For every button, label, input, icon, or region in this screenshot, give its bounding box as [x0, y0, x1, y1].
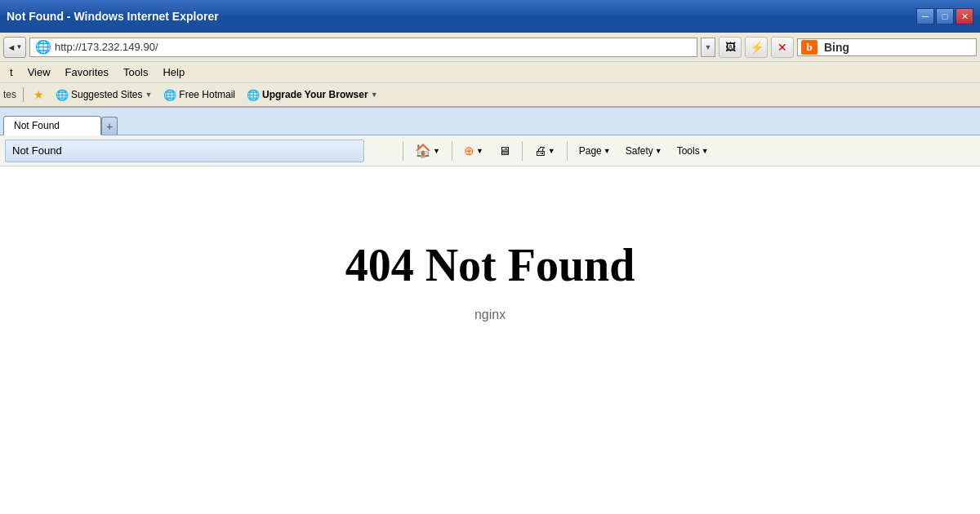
nav-sep-1	[403, 141, 403, 161]
print-button[interactable]: 🖨 ▼	[528, 140, 561, 161]
address-input[interactable]: 🌐 http://173.232.149.90/	[29, 38, 697, 57]
safety-button[interactable]: Safety ▼	[620, 142, 668, 160]
menu-item-help[interactable]: Help	[156, 64, 191, 80]
minimize-button[interactable]: ─	[916, 8, 934, 24]
page-button[interactable]: Page ▼	[573, 142, 617, 160]
url-text: http://173.232.149.90/	[55, 41, 158, 53]
ie-icon-address: 🌐	[35, 39, 51, 55]
favorites-label: tes	[3, 89, 16, 100]
nav-sep-2	[452, 141, 452, 161]
nav-sep-4	[567, 141, 568, 161]
nav-sep-3	[522, 141, 523, 161]
bing-search-box[interactable]: b Bing	[797, 38, 977, 56]
address-bar-row: ◄ ▼ 🌐 http://173.232.149.90/ ▼ 🖼 ⚡ ✕ b B…	[0, 33, 980, 62]
tools-label: Tools	[677, 145, 700, 157]
rss-arrow: ▼	[476, 147, 483, 155]
upgrade-browser-label: Upgrade Your Browser	[262, 89, 368, 100]
home-icon: 🏠	[415, 143, 431, 158]
menu-item-tools[interactable]: Tools	[117, 64, 154, 80]
upgrade-browser-dropdown[interactable]: ▼	[371, 91, 378, 99]
active-tab[interactable]: Not Found	[3, 116, 101, 135]
tab-bar: Not Found +	[0, 108, 980, 135]
star-icon: ★	[33, 88, 44, 101]
page-tab-label: Not Found	[12, 144, 62, 157]
safety-label: Safety	[626, 145, 653, 157]
suggested-sites-label: Suggested Sites	[71, 89, 142, 100]
nav-toolbar: Not Found 🏠 ▼ ⊕ ▼ 🖥 🖨 ▼ Page ▼ Safety ▼ …	[0, 135, 980, 166]
menu-item-view[interactable]: View	[21, 64, 57, 80]
safety-arrow: ▼	[655, 147, 662, 155]
empty-spacer	[368, 148, 397, 154]
ie-icon-hotmail: 🌐	[163, 89, 176, 101]
print-arrow: ▼	[548, 147, 555, 155]
refresh-icon: ⚡	[750, 41, 764, 54]
ie-icon-upgrade: 🌐	[247, 89, 260, 101]
favorites-star-item[interactable]: ★	[30, 87, 47, 102]
print-icon: 🖨	[534, 144, 546, 157]
page-content: 404 Not Found nginx	[0, 166, 980, 395]
read-mail-button[interactable]: 🖥	[492, 140, 516, 161]
bing-logo-icon: b	[806, 41, 812, 54]
back-dropdown-arrow: ▼	[16, 43, 22, 51]
favorites-bar: tes ★ 🌐 Suggested Sites ▼ 🌐 Free Hotmail…	[0, 83, 980, 108]
rss-button[interactable]: ⊕ ▼	[458, 140, 489, 162]
back-button[interactable]: ◄ ▼	[3, 37, 26, 58]
title-bar: Not Found - Windows Internet Explorer ─ …	[0, 0, 980, 33]
back-arrow: ◄	[7, 42, 16, 52]
ie-icon-suggested: 🌐	[56, 89, 69, 101]
menu-item-file[interactable]: t	[3, 64, 20, 80]
broken-page-icon: 🖼	[725, 41, 736, 53]
menu-item-favorites[interactable]: Favorites	[59, 64, 115, 80]
suggested-sites-button[interactable]: 🌐 Suggested Sites ▼	[52, 88, 155, 102]
compatibility-view-button[interactable]: 🖼	[719, 37, 742, 58]
close-button[interactable]: ✕	[956, 8, 973, 24]
new-tab-icon: +	[106, 120, 113, 133]
error-heading: 404 Not Found	[345, 239, 635, 291]
free-hotmail-button[interactable]: 🌐 Free Hotmail	[160, 88, 238, 102]
stop-button[interactable]: ✕	[771, 37, 794, 58]
home-arrow: ▼	[433, 147, 440, 155]
address-dropdown-button[interactable]: ▼	[701, 38, 715, 57]
suggested-sites-dropdown[interactable]: ▼	[145, 91, 152, 99]
fav-separator-1	[23, 87, 24, 102]
tab-title: Not Found	[14, 120, 60, 131]
bing-label: Bing	[824, 41, 849, 54]
address-dropdown-arrow: ▼	[705, 43, 712, 51]
menu-bar: t View Favorites Tools Help	[0, 62, 980, 83]
free-hotmail-label: Free Hotmail	[179, 89, 235, 100]
tools-button[interactable]: Tools ▼	[671, 142, 715, 160]
page-arrow: ▼	[604, 147, 611, 155]
mail-icon: 🖥	[498, 144, 510, 157]
nginx-label: nginx	[474, 308, 506, 322]
refresh-button[interactable]: ⚡	[745, 37, 768, 58]
window-title: Not Found - Windows Internet Explorer	[7, 10, 916, 23]
home-button[interactable]: 🏠 ▼	[409, 140, 446, 162]
tools-arrow: ▼	[702, 147, 709, 155]
window-controls: ─ □ ✕	[916, 8, 973, 24]
new-tab-button[interactable]: +	[101, 117, 118, 135]
page-tab-name: Not Found	[5, 140, 364, 162]
page-label: Page	[579, 145, 602, 157]
upgrade-browser-button[interactable]: 🌐 Upgrade Your Browser ▼	[243, 88, 381, 102]
rss-icon: ⊕	[464, 144, 474, 158]
stop-icon: ✕	[777, 41, 787, 54]
maximize-button[interactable]: □	[936, 8, 954, 24]
